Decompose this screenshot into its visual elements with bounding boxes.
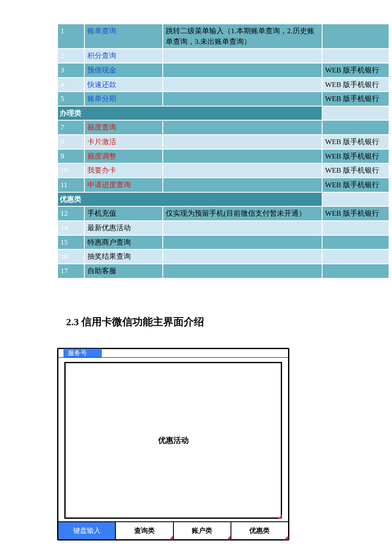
row-channel xyxy=(322,49,389,63)
table-row: 16抽奖结果查询 xyxy=(58,249,389,264)
feature-table: 1账单查询跳转二级菜单输入（1.本期账单查询，2.历史账单查询，3.未出账单查询… xyxy=(57,23,389,279)
table-row: 4快速还款WEB 版手机银行 xyxy=(58,78,389,92)
wechat-ui-mockup: 服务号 优惠活动 键盘输入 查询类 账户类 优惠类 xyxy=(57,348,289,541)
table-row: 7额度查询 xyxy=(58,120,389,135)
row-name: 快速还款 xyxy=(84,78,163,92)
table-row: 17自助客服 xyxy=(58,264,389,278)
row-channel: WEB 版手机银行 xyxy=(322,163,389,178)
row-name: 卡片激活 xyxy=(84,135,163,149)
row-desc xyxy=(163,63,322,78)
table-row: 1账单查询跳转二级菜单输入（1.本期账单查询，2.历史账单查询，3.未出账单查询… xyxy=(58,24,389,49)
row-channel xyxy=(322,264,389,278)
mockup-bottom-keyboard[interactable]: 键盘输入 xyxy=(58,522,115,539)
row-desc xyxy=(163,249,322,264)
table-row: 10我要办卡WEB 版手机银行 xyxy=(58,163,389,178)
table-row: 2积分查询 xyxy=(58,49,389,63)
table-row: 11申请进度查询WEB 版手机银行 xyxy=(58,178,389,192)
row-index: 4 xyxy=(58,78,84,92)
row-desc xyxy=(163,264,322,278)
mockup-content-label: 优惠活动 xyxy=(158,435,189,445)
row-index: 7 xyxy=(58,120,84,135)
table-row: 办理类 xyxy=(58,106,389,121)
row-desc xyxy=(163,178,322,192)
mockup-bottom-promo[interactable]: 优惠类 xyxy=(231,522,288,539)
row-desc xyxy=(163,149,322,164)
row-name: 手机充值 xyxy=(84,206,163,221)
row-index: 17 xyxy=(58,264,84,278)
table-row: 5账单分期WEB 版手机银行 xyxy=(58,92,389,106)
row-channel: WEB 版手机银行 xyxy=(322,92,389,106)
row-name: 积分查询 xyxy=(84,49,163,63)
row-channel: WEB 版手机银行 xyxy=(322,135,389,149)
row-name: 抽奖结果查询 xyxy=(84,249,163,264)
table-row: 15特惠商户查询 xyxy=(58,235,389,250)
row-name: 额度调整 xyxy=(84,149,163,164)
row-channel: WEB 版手机银行 xyxy=(322,78,389,92)
row-desc xyxy=(163,49,322,63)
row-index: 15 xyxy=(58,235,84,250)
row-desc xyxy=(163,92,322,106)
row-name: 额度查询 xyxy=(84,120,163,135)
row-name: 账单查询 xyxy=(84,24,163,49)
row-index: 12 xyxy=(58,206,84,221)
row-desc: 跳转二级菜单输入（1.本期账单查询，2.历史账单查询，3.未出账单查询） xyxy=(163,24,322,49)
table-row: 14最新优惠活动 xyxy=(58,221,389,235)
row-channel: WEB 版手机银行 xyxy=(322,178,389,192)
row-name: 特惠商户查询 xyxy=(84,235,163,250)
row-desc xyxy=(163,235,322,250)
table-row: 8卡片激活WEB 版手机银行 xyxy=(58,135,389,149)
section-header: 办理类 xyxy=(58,106,322,121)
table-row: 9额度调整WEB 版手机银行 xyxy=(58,149,389,164)
row-name: 账单分期 xyxy=(84,92,163,106)
row-index: 3 xyxy=(58,63,84,78)
table-row: 优惠类 xyxy=(58,192,389,207)
row-index: 2 xyxy=(58,49,84,63)
mockup-bottom-bar: 键盘输入 查询类 账户类 优惠类 xyxy=(58,521,288,539)
row-name: 自助客服 xyxy=(84,264,163,278)
row-index: 1 xyxy=(58,24,84,49)
row-channel: WEB 版手机银行 xyxy=(322,149,389,164)
row-index: 10 xyxy=(58,163,84,178)
row-desc xyxy=(163,120,322,135)
row-index: 11 xyxy=(58,178,84,192)
row-channel: WEB 版手机银行 xyxy=(322,206,389,221)
row-desc xyxy=(163,135,322,149)
row-index: 16 xyxy=(58,249,84,264)
row-channel xyxy=(322,235,389,250)
row-name: 我要办卡 xyxy=(84,163,163,178)
table-row: 3预借现金WEB 版手机银行 xyxy=(58,63,389,78)
mockup-header-tab: 服务号 xyxy=(63,349,102,357)
row-desc xyxy=(163,221,322,235)
section-heading: 2.3 信用卡微信功能主界面介绍 xyxy=(66,315,392,329)
row-name: 预借现金 xyxy=(84,63,163,78)
section-header: 优惠类 xyxy=(58,192,322,207)
row-name: 申请进度查询 xyxy=(84,178,163,192)
row-index: 5 xyxy=(58,92,84,106)
row-desc xyxy=(163,78,322,92)
row-channel: WEB 版手机银行 xyxy=(322,63,389,78)
row-desc: 仅实现为预留手机(目前微信支付暂未开通） xyxy=(163,206,322,221)
mockup-bottom-account[interactable]: 账户类 xyxy=(173,522,231,539)
row-index: 9 xyxy=(58,149,84,164)
row-channel xyxy=(322,24,389,49)
row-desc xyxy=(163,163,322,178)
table-row: 12手机充值仅实现为预留手机(目前微信支付暂未开通）WEB 版手机银行 xyxy=(58,206,389,221)
row-channel xyxy=(322,120,389,135)
section-tail-cell xyxy=(322,106,389,121)
section-tail-cell xyxy=(322,192,389,207)
row-index: 8 xyxy=(58,135,84,149)
row-channel xyxy=(322,249,389,264)
row-index: 14 xyxy=(58,221,84,235)
mockup-content-area: 优惠活动 xyxy=(64,362,282,519)
mockup-bottom-query[interactable]: 查询类 xyxy=(115,522,173,539)
row-name: 最新优惠活动 xyxy=(84,221,163,235)
row-channel xyxy=(322,221,389,235)
